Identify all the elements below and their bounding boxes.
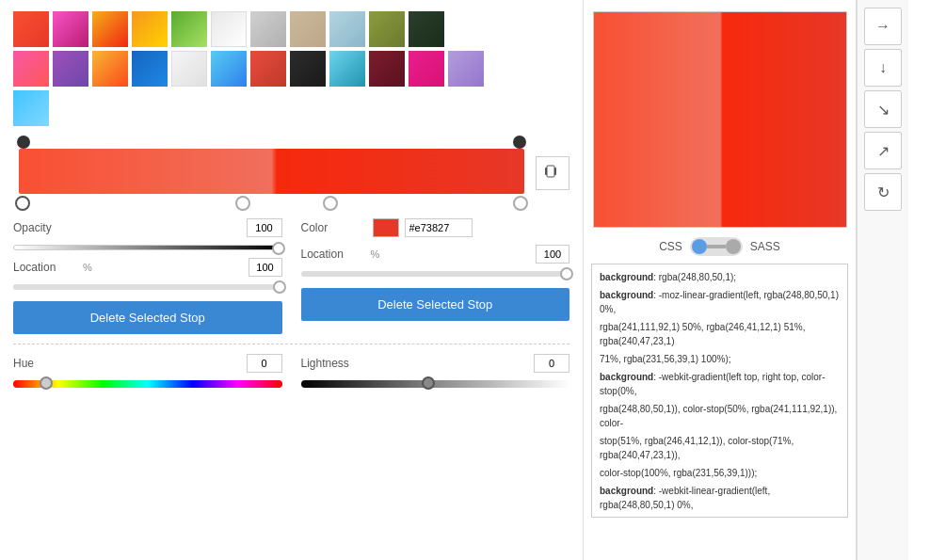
hue-row: Hue	[13, 354, 282, 373]
gradient-stop-handle-top-right[interactable]	[513, 136, 526, 149]
swatch-magenta[interactable]	[409, 51, 444, 87]
hue-input[interactable]	[247, 354, 282, 373]
left-panel: Opacity Location %	[0, 0, 584, 560]
gradient-stop-handle-bottom-center-right[interactable]	[323, 196, 338, 211]
color-swatch-small[interactable]	[373, 218, 399, 237]
hue-slider-thumb[interactable]	[40, 376, 53, 390]
swatch-tomato[interactable]	[250, 51, 286, 87]
control-col-left: Opacity Location %	[13, 218, 282, 334]
location-left-row: Location %	[13, 258, 282, 277]
color-row: Color	[301, 218, 570, 237]
css-sass-toggle-row: CSS SASS	[591, 237, 848, 256]
swatch-purple[interactable]	[53, 51, 88, 87]
code-line-7: stop(51%, rgba(246,41,12,1)), color-stop…	[600, 434, 840, 462]
svg-rect-1	[547, 166, 554, 177]
code-line-9: background: -webkit-linear-gradient(left…	[600, 484, 840, 512]
code-line-1: background: rgba(248,80,50,1);	[600, 270, 840, 284]
swatch-hot-pink[interactable]	[13, 51, 49, 87]
location-right-label: Location	[301, 248, 367, 261]
swatch-blue-light[interactable]	[329, 11, 365, 47]
opacity-slider-container	[13, 245, 282, 250]
opacity-row: Opacity	[13, 218, 282, 237]
code-prop-1: background	[600, 272, 653, 282]
controls-section: Opacity Location %	[13, 218, 569, 334]
arrow-right-button[interactable]: →	[864, 8, 902, 45]
swatch-cyan[interactable]	[329, 51, 365, 87]
swatch-white[interactable]	[171, 51, 207, 87]
gradient-stop-handle-bottom-left[interactable]	[15, 196, 30, 211]
lightness-slider-thumb[interactable]	[422, 376, 435, 390]
bottom-controls: Hue Lightness	[13, 354, 569, 388]
gradient-bar-track[interactable]	[19, 149, 524, 194]
gradient-stop-handle-bottom-right[interactable]	[513, 196, 528, 211]
lightness-label: Lightness	[301, 357, 367, 370]
opacity-input[interactable]	[247, 218, 282, 237]
hue-slider-track[interactable]	[13, 380, 282, 388]
swatch-sky-blue[interactable]	[211, 51, 247, 87]
swatch-gray[interactable]	[250, 11, 286, 47]
toggle-dot-right	[726, 239, 741, 254]
swatch-tan[interactable]	[290, 11, 326, 47]
location-left-slider-track[interactable]	[13, 284, 282, 290]
lightness-input[interactable]	[534, 354, 569, 373]
gradient-stop-handle-bottom-center-left[interactable]	[235, 196, 250, 211]
location-left-label: Location	[13, 261, 79, 274]
delete-stop-button-right[interactable]: Delete Selected Stop	[301, 288, 570, 321]
swatch-amber[interactable]	[92, 51, 128, 87]
code-prop-9: background	[600, 486, 653, 496]
swap-icon	[543, 164, 562, 183]
location-right-slider-track[interactable]	[301, 271, 570, 277]
gradient-swap-button[interactable]	[536, 156, 569, 190]
swatch-row-3	[13, 90, 569, 126]
arrow-right-icon: →	[875, 18, 890, 35]
opacity-slider-track[interactable]	[13, 245, 282, 250]
swatches-section	[13, 11, 569, 126]
swatch-yellow-orange[interactable]	[132, 11, 168, 47]
swatch-pink[interactable]	[53, 11, 88, 47]
location-right-slider-container	[301, 271, 570, 277]
swatch-light[interactable]	[211, 11, 247, 47]
swatch-dark-green[interactable]	[409, 11, 444, 47]
lightness-slider-track[interactable]	[301, 380, 570, 388]
arrow-diagonal-down-icon: ↘	[877, 101, 890, 119]
location-left-slider-thumb[interactable]	[273, 280, 286, 294]
code-line-3: rgba(241,111,92,1) 50%, rgba(246,41,12,1…	[600, 320, 840, 348]
code-output[interactable]: background: rgba(248,80,50,1); backgroun…	[591, 264, 848, 518]
middle-panel: CSS SASS background: rgba(248,80,50,1); …	[584, 0, 857, 560]
gradient-stop-handle-top-left[interactable]	[17, 136, 30, 149]
refresh-button[interactable]: ↻	[864, 173, 902, 211]
arrow-diagonal-up-icon: ↗	[877, 142, 890, 160]
swatch-row-1	[13, 11, 569, 47]
opacity-slider-thumb[interactable]	[272, 242, 285, 255]
lightness-col: Lightness	[301, 354, 570, 388]
location-right-slider-thumb[interactable]	[560, 267, 573, 280]
opacity-label: Opacity	[13, 221, 79, 234]
swatch-black[interactable]	[290, 51, 326, 87]
swatch-dark-red[interactable]	[369, 51, 405, 87]
code-prop-5: background	[600, 372, 653, 382]
location-left-input[interactable]	[249, 258, 282, 277]
swatch-red-orange[interactable]	[13, 11, 49, 47]
swatch-lavender[interactable]	[448, 51, 484, 87]
swatch-orange-yellow[interactable]	[92, 11, 128, 47]
divider-line	[13, 344, 569, 344]
arrow-diagonal-down-button[interactable]: ↘	[864, 90, 902, 128]
swatch-blue[interactable]	[132, 51, 168, 87]
code-line-6: rgba(248,80,50,1)), color-stop(50%, rgba…	[600, 402, 840, 430]
css-sass-toggle[interactable]	[690, 237, 743, 256]
css-tab-label[interactable]: CSS	[659, 240, 682, 253]
control-col-right: Color Location % Delete Selected Stop	[301, 218, 570, 334]
sass-tab-label[interactable]: SASS	[750, 240, 780, 253]
delete-stop-button-left[interactable]: Delete Selected Stop	[13, 301, 282, 334]
location-right-input[interactable]	[536, 245, 569, 264]
swatch-green[interactable]	[171, 11, 207, 47]
location-left-slider-container	[13, 284, 282, 290]
arrow-diagonal-up-button[interactable]: ↗	[864, 132, 902, 169]
swatch-light-blue[interactable]	[13, 90, 49, 126]
code-line-10: rgba(241,111,92,1) 50%, rgba(246,41,12,1…	[600, 516, 840, 518]
swatch-olive[interactable]	[369, 11, 405, 47]
gradient-bar-row	[13, 136, 569, 211]
code-line-8: color-stop(100%, rgba(231,56,39,1)));	[600, 466, 840, 480]
color-hex-input[interactable]	[405, 218, 473, 237]
arrow-down-button[interactable]: ↓	[864, 49, 902, 87]
